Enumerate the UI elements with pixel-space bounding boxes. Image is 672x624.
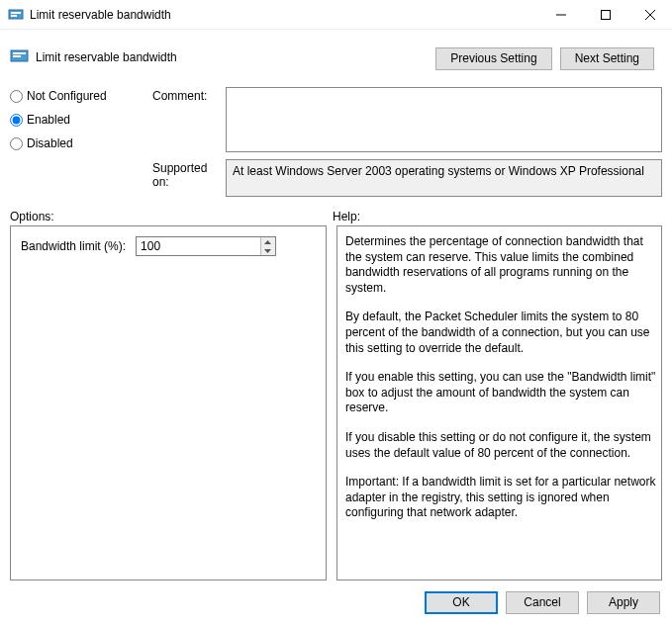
- svg-rect-2: [11, 15, 17, 17]
- help-paragraph: Determines the percentage of connection …: [345, 234, 657, 296]
- bandwidth-limit-input[interactable]: [137, 237, 260, 255]
- dialog-buttons: OK Cancel Apply: [0, 580, 672, 624]
- next-setting-button[interactable]: Next Setting: [560, 47, 654, 70]
- bandwidth-limit-label: Bandwidth limit (%):: [21, 239, 126, 253]
- apply-button[interactable]: Apply: [587, 591, 660, 614]
- cancel-button[interactable]: Cancel: [506, 591, 579, 614]
- svg-rect-0: [9, 10, 23, 19]
- help-paragraph: By default, the Packet Scheduler limits …: [345, 310, 657, 356]
- radio-enabled[interactable]: Enabled: [10, 113, 148, 127]
- help-label: Help:: [333, 210, 360, 223]
- spinner-up-button[interactable]: [261, 237, 275, 246]
- comment-label: Comment:: [152, 89, 222, 109]
- policy-icon: [10, 48, 30, 64]
- panels: Bandwidth limit (%): Determines the: [0, 225, 672, 580]
- help-text[interactable]: Determines the percentage of connection …: [337, 226, 661, 579]
- window-controls: [538, 0, 672, 29]
- radio-disabled[interactable]: Disabled: [10, 136, 148, 150]
- state-radio-group: Not Configured Enabled Disabled: [10, 81, 148, 155]
- radio-not-configured[interactable]: Not Configured: [10, 89, 148, 103]
- radio-label: Not Configured: [27, 89, 107, 103]
- help-paragraph: Important: If a bandwidth limit is set f…: [345, 475, 657, 521]
- radio-label: Enabled: [27, 113, 70, 127]
- section-labels: Options: Help:: [0, 200, 672, 225]
- maximize-button[interactable]: [583, 0, 627, 29]
- policy-name: Limit reservable bandwidth: [36, 48, 435, 64]
- help-panel: Determines the percentage of connection …: [336, 225, 662, 580]
- options-label: Options:: [10, 210, 333, 223]
- options-panel: Bandwidth limit (%):: [10, 225, 327, 580]
- svg-rect-1: [11, 12, 21, 14]
- supported-on-label: Supported on:: [152, 155, 222, 200]
- minimize-button[interactable]: [538, 0, 583, 29]
- titlebar: Limit reservable bandwidth: [0, 0, 672, 30]
- header-row: Limit reservable bandwidth Previous Sett…: [0, 30, 672, 77]
- svg-marker-11: [264, 249, 271, 253]
- policy-icon: [8, 7, 24, 23]
- help-paragraph: If you enable this setting, you can use …: [345, 370, 657, 416]
- svg-rect-4: [601, 10, 610, 19]
- radio-label: Disabled: [27, 136, 73, 150]
- supported-on-text: [226, 159, 662, 197]
- window-title: Limit reservable bandwidth: [30, 8, 538, 22]
- config-area: Not Configured Enabled Disabled Comment:…: [0, 77, 672, 200]
- label-column: Comment:: [152, 81, 222, 155]
- svg-marker-10: [264, 240, 271, 244]
- ok-button[interactable]: OK: [425, 591, 498, 614]
- bandwidth-limit-spinner[interactable]: [136, 236, 276, 256]
- spinner-down-button[interactable]: [261, 246, 275, 255]
- previous-setting-button[interactable]: Previous Setting: [435, 47, 551, 70]
- svg-rect-9: [13, 55, 21, 57]
- policy-editor-window: Limit reservable bandwidth Limit reserva…: [0, 0, 672, 624]
- svg-rect-8: [13, 52, 26, 54]
- comment-input[interactable]: [226, 87, 662, 152]
- close-button[interactable]: [627, 0, 672, 29]
- help-paragraph: If you disable this setting or do not co…: [345, 430, 657, 461]
